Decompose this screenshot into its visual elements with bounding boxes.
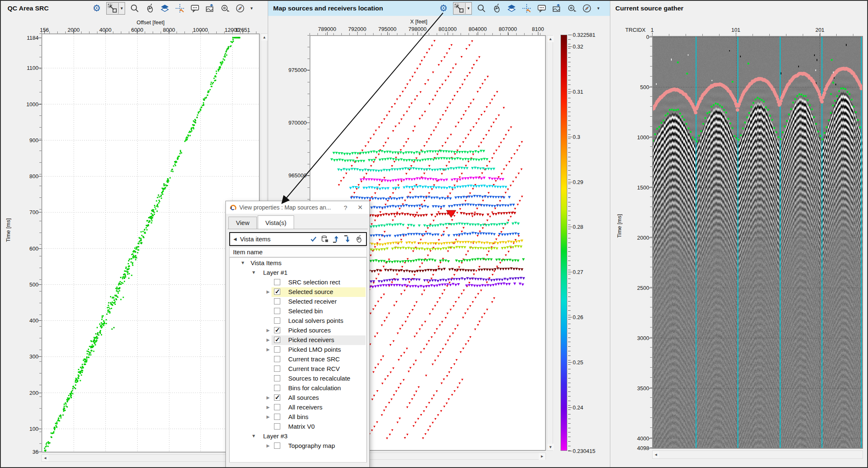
tree-item[interactable]: Sources to recalculate	[230, 374, 366, 384]
gather-plot-area[interactable]	[652, 36, 863, 449]
tree-item-label: Picked LMO points	[288, 346, 341, 353]
dialog-close-button[interactable]: ✕	[354, 204, 366, 211]
move-tool-icon[interactable]	[521, 3, 532, 14]
item-checkbox[interactable]	[274, 442, 280, 449]
item-checkbox[interactable]: ✓	[274, 289, 280, 295]
expander-closed-icon[interactable]: ▶	[266, 414, 270, 419]
gather-horizontal-scrollbar[interactable]: ◄	[652, 450, 863, 459]
tree-item-label: Picked receivers	[288, 336, 334, 343]
item-checkbox[interactable]	[274, 375, 280, 381]
zoom-extent-button[interactable]: ▼	[453, 2, 472, 15]
mouse-select-icon[interactable]	[144, 3, 155, 14]
item-checkbox[interactable]	[274, 356, 280, 362]
export-image-icon[interactable]	[205, 3, 215, 14]
mouse-select-icon[interactable]	[491, 3, 502, 14]
measure-icon[interactable]	[566, 3, 577, 14]
tab-vistas[interactable]: Vista(s)	[258, 215, 294, 229]
move-tool-icon[interactable]	[174, 3, 185, 14]
tree-item[interactable]: SRC selection rect	[230, 278, 366, 287]
checkmark-icon: ✓	[275, 326, 280, 334]
vista-items-tree[interactable]: ▼Vista Items▼Layer #1SRC selection rect▶…	[229, 257, 367, 463]
tree-item[interactable]: ▶All bins	[230, 412, 366, 422]
tree-item[interactable]: ▼Vista Items	[230, 258, 366, 268]
item-checkbox[interactable]: ✓	[274, 327, 280, 333]
tree-item[interactable]: Current trace RCV	[230, 364, 366, 374]
tree-item[interactable]: Current trace SRC	[230, 355, 366, 364]
collapse-icon[interactable]: ◀	[233, 237, 237, 241]
layers-icon[interactable]	[506, 3, 517, 14]
compass-icon[interactable]	[235, 3, 246, 14]
item-checkbox[interactable]	[274, 308, 280, 314]
measure-icon[interactable]	[220, 3, 230, 14]
layers-icon[interactable]	[159, 3, 170, 14]
tree-item[interactable]: ▶✓All sources	[230, 393, 366, 403]
expander-closed-icon[interactable]: ▶	[266, 443, 270, 448]
scroll-left-icon[interactable]: ◄	[653, 451, 659, 458]
magnifier-icon[interactable]	[476, 3, 487, 14]
expander-closed-icon[interactable]: ▶	[266, 347, 270, 352]
mouse-actions-icon[interactable]	[355, 235, 363, 243]
tree-item[interactable]: Matrix V0	[230, 422, 366, 432]
expander-closed-icon[interactable]: ▶	[266, 328, 270, 332]
tree-item[interactable]: Local solvers points	[230, 316, 366, 326]
item-checkbox[interactable]	[274, 414, 280, 420]
magnifier-icon[interactable]	[129, 3, 140, 14]
tree-item[interactable]: Selected receiver	[230, 297, 366, 307]
scroll-up-icon[interactable]: ▲	[261, 34, 268, 41]
compass-icon[interactable]	[581, 3, 592, 14]
export-image-icon[interactable]	[551, 3, 562, 14]
scroll-right-icon[interactable]: ►	[539, 453, 545, 460]
scroll-left-icon[interactable]: ◄	[42, 455, 49, 461]
expander-open-icon[interactable]: ▼	[251, 270, 256, 275]
chevron-down-icon[interactable]: ▼	[597, 6, 600, 10]
dialog-help-button[interactable]: ?	[340, 204, 351, 211]
gear-icon[interactable]: ⚙	[91, 3, 102, 14]
item-checkbox[interactable]	[274, 385, 280, 391]
chevron-down-icon[interactable]: ▼	[465, 3, 471, 14]
export-down-icon[interactable]	[343, 235, 351, 243]
scroll-up-icon[interactable]: ▲	[547, 36, 554, 42]
expander-closed-icon[interactable]: ▶	[266, 395, 270, 400]
item-checkbox[interactable]: ✓	[274, 394, 280, 401]
dialog-title-bar[interactable]: View properties : Map sources an... ? ✕	[226, 201, 369, 214]
tree-item[interactable]: ▶All receivers	[230, 403, 366, 412]
database-save-icon[interactable]	[321, 235, 329, 243]
tree-item[interactable]: ▼Layer #1	[230, 268, 366, 278]
tree-item[interactable]: ▼Layer #3	[230, 432, 366, 441]
tree-item[interactable]: ▶Topography map	[230, 441, 366, 451]
import-up-icon[interactable]	[332, 235, 340, 243]
item-checkbox[interactable]: ✓	[274, 337, 280, 343]
tree-item[interactable]: ▶✓Picked receivers	[230, 335, 366, 345]
item-checkbox[interactable]	[274, 317, 280, 324]
chevron-down-icon[interactable]: ▼	[250, 6, 253, 10]
zoom-extent-button[interactable]: ▼	[106, 2, 125, 15]
item-checkbox[interactable]	[274, 279, 280, 285]
tree-item[interactable]: ▶✓Selected source	[230, 287, 366, 297]
expander-open-icon[interactable]: ▼	[241, 260, 245, 265]
item-checkbox[interactable]	[274, 366, 280, 372]
item-checkbox[interactable]	[274, 298, 280, 304]
gather-seismic-canvas[interactable]	[653, 37, 862, 448]
tree-item[interactable]: Selected bin	[230, 307, 366, 316]
comment-icon[interactable]	[536, 3, 547, 14]
item-checkbox[interactable]	[274, 404, 280, 410]
colorbar-tick-mark	[568, 227, 572, 227]
tree-item[interactable]: ▶✓Picked sources	[230, 326, 366, 335]
tab-view[interactable]: View	[228, 217, 257, 229]
map-vertical-scrollbar[interactable]: ▲ ▼	[547, 35, 553, 451]
comment-icon[interactable]	[189, 3, 200, 14]
tree-item[interactable]: Bins for calculation	[230, 384, 366, 393]
apply-check-icon[interactable]	[310, 235, 317, 243]
expander-closed-icon[interactable]: ▶	[266, 289, 270, 294]
chevron-down-icon[interactable]: ▼	[118, 3, 125, 14]
scroll-down-icon[interactable]: ▼	[547, 444, 554, 450]
vista-items-toolbar[interactable]: ◀ Vista items	[229, 232, 367, 246]
item-checkbox[interactable]	[274, 423, 280, 430]
tree-item[interactable]: ▶Picked LMO points	[230, 345, 366, 355]
expander-open-icon[interactable]: ▼	[251, 433, 256, 438]
expander-closed-icon[interactable]: ▶	[266, 405, 270, 409]
gear-icon[interactable]: ⚙	[438, 3, 449, 14]
tree-column-header[interactable]: Item name	[229, 247, 367, 257]
item-checkbox[interactable]	[274, 346, 280, 353]
expander-closed-icon[interactable]: ▶	[266, 338, 270, 342]
